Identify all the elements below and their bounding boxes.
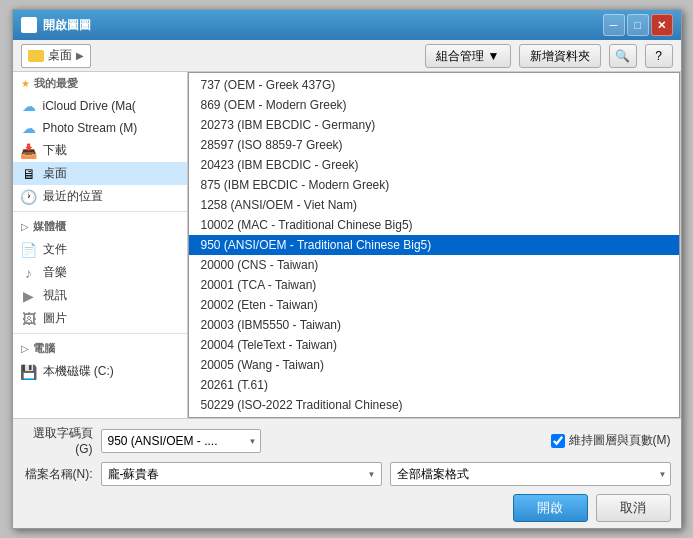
charset-dropdown-item[interactable]: 20001 (TCA - Taiwan) [189, 275, 679, 295]
open-button[interactable]: 開啟 [513, 494, 588, 522]
charset-row: 選取字碼頁(G) 950 (ANSI/OEM - .... ▼ 維持圖層與頁數(… [23, 425, 671, 456]
sidebar-files-label: 文件 [43, 241, 67, 258]
charset-select[interactable]: 950 (ANSI/OEM - .... [101, 429, 261, 453]
charset-select-wrapper: 950 (ANSI/OEM - .... ▼ [101, 429, 261, 453]
charset-dropdown-item[interactable]: 20000 (CNS - Taiwan) [189, 255, 679, 275]
search-button[interactable]: 🔍 [609, 44, 637, 68]
cancel-button[interactable]: 取消 [596, 494, 671, 522]
charset-dropdown-item[interactable]: 10002 (MAC - Traditional Chinese Big5) [189, 215, 679, 235]
charset-dropdown-item[interactable]: 869 (OEM - Modern Greek) [189, 95, 679, 115]
sidebar-desktop-label: 桌面 [43, 165, 67, 182]
maintain-checkbox[interactable] [551, 434, 565, 448]
dialog-icon [21, 17, 37, 33]
sidebar-item-video[interactable]: ▶ 視訊 [13, 284, 187, 307]
sidebar-divider-1 [13, 211, 187, 212]
sidebar-downloads-label: 下載 [43, 142, 67, 159]
dialog-title: 開啟圖圖 [43, 17, 603, 34]
music-icon: ♪ [21, 265, 37, 281]
filename-input[interactable] [101, 462, 382, 486]
sidebar-media-label: 媒體櫃 [33, 219, 66, 234]
charset-dropdown[interactable]: 28598 (ISO 8859-8 Hebrew: Visual Orderin… [188, 72, 680, 418]
recent-icon: 🕐 [21, 189, 37, 205]
sidebar-recent-label: 最近的位置 [43, 188, 103, 205]
charset-dropdown-item[interactable]: 20004 (TeleText - Taiwan) [189, 335, 679, 355]
sidebar-item-photostream[interactable]: ☁ Photo Stream (M) [13, 117, 187, 139]
new-folder-button[interactable]: 新增資料夾 [519, 44, 601, 68]
filename-input-wrapper: ▼ [101, 462, 382, 486]
media-header-icon: ▷ [21, 221, 29, 232]
sidebar-drive-label: 本機磁碟 (C:) [43, 363, 114, 380]
charset-dropdown-item[interactable]: 50229 (ISO-2022 Traditional Chinese) [189, 395, 679, 415]
video-icon: ▶ [21, 288, 37, 304]
filename-row: 檔案名稱(N): ▼ 全部檔案格式 ▼ [23, 462, 671, 486]
sidebar-photostream-label: Photo Stream (M) [43, 121, 138, 135]
charset-dropdown-item[interactable]: 20005 (Wang - Taiwan) [189, 355, 679, 375]
computer-header-icon: ▷ [21, 343, 29, 354]
images-icon: 🖼 [21, 311, 37, 327]
files-icon: 📄 [21, 242, 37, 258]
sidebar-video-label: 視訊 [43, 287, 67, 304]
sidebar-item-icloud[interactable]: ☁ iCloud Drive (Ma( [13, 95, 187, 117]
sidebar-header-computer[interactable]: ▷ 電腦 [13, 337, 187, 360]
filetype-select[interactable]: 全部檔案格式 [390, 462, 671, 486]
sidebar-item-music[interactable]: ♪ 音樂 [13, 261, 187, 284]
sidebar-item-images[interactable]: 🖼 圖片 [13, 307, 187, 330]
sidebar-computer-label: 電腦 [33, 341, 55, 356]
breadcrumb[interactable]: 桌面 ▶ [21, 44, 91, 68]
sidebar-divider-2 [13, 333, 187, 334]
toolbar: 桌面 ▶ 組合管理 ▼ 新增資料夾 🔍 ? [13, 40, 681, 72]
buttons-row: 開啟 取消 [23, 492, 671, 522]
file-area: 28598 (ISO 8859-8 Hebrew: Visual Orderin… [188, 72, 680, 418]
charset-dropdown-item[interactable]: 20261 (T.61) [189, 375, 679, 395]
help-button[interactable]: ? [645, 44, 673, 68]
icloud-icon: ☁ [21, 98, 37, 114]
sidebar-item-drive[interactable]: 💾 本機磁碟 (C:) [13, 360, 187, 383]
sidebar-favorites-label: 我的最愛 [34, 76, 78, 91]
sidebar-icloud-label: iCloud Drive (Ma( [43, 99, 136, 113]
favorites-header-icon: ★ [21, 78, 30, 89]
organize-button[interactable]: 組合管理 ▼ [425, 44, 510, 68]
sidebar-header-favorites[interactable]: ★ 我的最愛 [13, 72, 187, 95]
sidebar-item-recent[interactable]: 🕐 最近的位置 [13, 185, 187, 208]
titlebar: 開啟圖圖 ─ □ ✕ [13, 10, 681, 40]
charset-dropdown-item[interactable]: 20423 (IBM EBCDIC - Greek) [189, 155, 679, 175]
window-controls: ─ □ ✕ [603, 14, 673, 36]
breadcrumb-text: 桌面 [48, 47, 72, 64]
sidebar-item-files[interactable]: 📄 文件 [13, 238, 187, 261]
charset-dropdown-item[interactable]: 28597 (ISO 8859-7 Greek) [189, 135, 679, 155]
charset-dropdown-item[interactable]: 1258 (ANSI/OEM - Viet Nam) [189, 195, 679, 215]
open-dialog: 開啟圖圖 ─ □ ✕ 桌面 ▶ 組合管理 ▼ 新增資料夾 🔍 ? ★ 我的最愛 [12, 9, 682, 529]
charset-label: 選取字碼頁(G) [23, 425, 93, 456]
minimize-button[interactable]: ─ [603, 14, 625, 36]
folder-icon [28, 50, 44, 62]
right-panel: 有預覽可 用 [680, 72, 681, 418]
downloads-icon: 📥 [21, 143, 37, 159]
charset-dropdown-item[interactable]: 20002 (Eten - Taiwan) [189, 295, 679, 315]
charset-dropdown-item[interactable]: 20003 (IBM5550 - Taiwan) [189, 315, 679, 335]
sidebar-music-label: 音樂 [43, 264, 67, 281]
desktop-icon: 🖥 [21, 166, 37, 182]
bottom-area: 選取字碼頁(G) 950 (ANSI/OEM - .... ▼ 維持圖層與頁數(… [13, 418, 681, 528]
sidebar-item-desktop[interactable]: 🖥 桌面 [13, 162, 187, 185]
maintain-label: 維持圖層與頁數(M) [569, 432, 671, 449]
breadcrumb-arrow: ▶ [76, 50, 84, 61]
charset-dropdown-item[interactable]: 875 (IBM EBCDIC - Modern Greek) [189, 175, 679, 195]
main-content: ★ 我的最愛 ☁ iCloud Drive (Ma( ☁ Photo Strea… [13, 72, 681, 418]
maintain-checkbox-area: 維持圖層與頁數(M) [551, 432, 671, 449]
right-panel-text: 有預覽可 用 [680, 243, 681, 246]
filename-label: 檔案名稱(N): [23, 466, 93, 483]
sidebar-header-media[interactable]: ▷ 媒體櫃 [13, 215, 187, 238]
charset-dropdown-item[interactable]: 20273 (IBM EBCDIC - Germany) [189, 115, 679, 135]
filetype-wrapper: 全部檔案格式 ▼ [390, 462, 671, 486]
drive-icon: 💾 [21, 364, 37, 380]
photostream-icon: ☁ [21, 120, 37, 136]
charset-dropdown-item[interactable]: 950 (ANSI/OEM - Traditional Chinese Big5… [189, 235, 679, 255]
charset-dropdown-item[interactable]: 737 (OEM - Greek 437G) [189, 75, 679, 95]
sidebar-images-label: 圖片 [43, 310, 67, 327]
charset-dropdown-item[interactable]: 65000 (UTF-7) [189, 415, 679, 418]
close-button[interactable]: ✕ [651, 14, 673, 36]
sidebar-item-downloads[interactable]: 📥 下載 [13, 139, 187, 162]
sidebar: ★ 我的最愛 ☁ iCloud Drive (Ma( ☁ Photo Strea… [13, 72, 188, 418]
maximize-button[interactable]: □ [627, 14, 649, 36]
